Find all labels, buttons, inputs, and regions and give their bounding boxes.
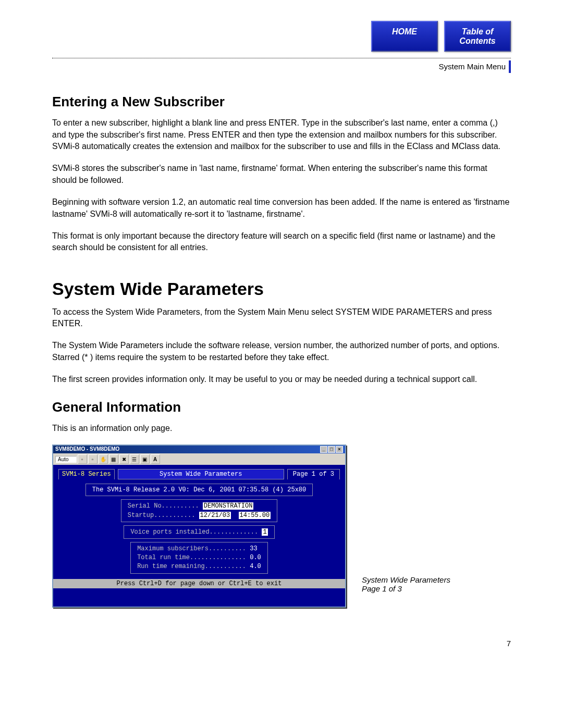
total-runtime-value: 0.0 — [250, 554, 261, 561]
window-buttons: _□× — [320, 446, 343, 453]
paragraph: To access the System Wide Parameters, fr… — [52, 306, 511, 330]
caption-title: System Wide Parameters — [362, 575, 450, 584]
total-runtime-label: Total run time............... — [137, 554, 246, 561]
terminal-toolbar: Auto ▫ ▫ ✋ ▦ ✖ ☰ ▣ A — [53, 453, 345, 465]
toolbar-icon[interactable]: ✋ — [99, 454, 108, 464]
max-subscribers-label: Maximum subscribers.......... — [137, 545, 246, 552]
window-title: SVM8DEMO - SVM8DEMO — [55, 446, 119, 453]
divider — [52, 58, 511, 58]
toc-button[interactable]: Table of Contents — [444, 21, 511, 52]
toolbar-icon[interactable]: ▫ — [88, 454, 97, 464]
runtime-remaining-label: Run time remaining........... — [137, 563, 246, 570]
terminal-footer-hint: Press Ctrl+D for page down or Ctrl+E to … — [53, 579, 345, 588]
heading-entering-subscriber: Entering a New Subscriber — [52, 94, 511, 110]
paragraph: Beginning with software version 1.2, an … — [52, 196, 511, 220]
terminal-body: SVMi-8 Series System Wide Parameters Pag… — [53, 465, 345, 607]
startup-label: Startup........... — [128, 512, 195, 519]
serial-value: DEMONSTRATION — [203, 502, 254, 510]
page-number: 7 — [52, 639, 511, 648]
minimize-icon[interactable]: _ — [320, 446, 327, 453]
heading-system-wide-parameters: System Wide Parameters — [52, 279, 511, 299]
voice-ports-label: Voice ports installed............. — [130, 528, 258, 536]
voice-ports-value: 1 — [262, 528, 267, 536]
breadcrumb: System Main Menu — [52, 60, 511, 73]
toolbar-icon[interactable]: ▣ — [140, 454, 150, 464]
runtime-remaining-value: 4.0 — [250, 563, 261, 570]
paragraph: To enter a new subscriber, highlight a b… — [52, 117, 511, 152]
window-titlebar: SVM8DEMO - SVM8DEMO _□× — [53, 446, 345, 453]
screenshot-caption: System Wide Parameters Page 1 of 3 — [362, 575, 450, 593]
startup-time: 14:55.00 — [239, 512, 271, 519]
startup-date: 12/21/03 — [199, 512, 231, 519]
terminal-screen-title: System Wide Parameters — [118, 469, 284, 479]
font-dropdown[interactable]: Auto — [55, 456, 77, 463]
terminal-series-label: SVMi-8 Series — [58, 469, 115, 479]
paragraph: The System Wide Parameters include the s… — [52, 340, 511, 363]
paragraph: SVMi-8 stores the subscriber's name in '… — [52, 163, 511, 186]
heading-general-information: General Information — [52, 399, 511, 415]
home-button[interactable]: HOME — [371, 21, 438, 52]
close-icon[interactable]: × — [336, 446, 343, 453]
terminal-page-indicator: Page 1 of 3 — [287, 469, 340, 479]
toolbar-icon[interactable]: ☰ — [130, 454, 139, 464]
caption-page: Page 1 of 3 — [362, 584, 450, 593]
max-subscribers-value: 33 — [250, 545, 257, 552]
toolbar-icon[interactable]: A — [151, 454, 160, 464]
paragraph: This format is only important because th… — [52, 230, 511, 254]
serial-label: Serial No.......... — [128, 502, 199, 510]
toolbar-icon[interactable]: ✖ — [119, 454, 129, 464]
paragraph: The first screen provides information on… — [52, 374, 511, 385]
paragraph: This is an information only page. — [52, 423, 511, 434]
toolbar-icon[interactable]: ▦ — [109, 454, 118, 464]
toolbar-icon[interactable]: ▫ — [78, 454, 87, 464]
terminal-release-line: The SVMi-8 Release 2.0 V0: Dec 6, 2001 0… — [85, 484, 313, 496]
terminal-window: SVM8DEMO - SVM8DEMO _□× Auto ▫ ▫ ✋ ▦ ✖ ☰… — [52, 445, 346, 608]
maximize-icon[interactable]: □ — [328, 446, 335, 453]
